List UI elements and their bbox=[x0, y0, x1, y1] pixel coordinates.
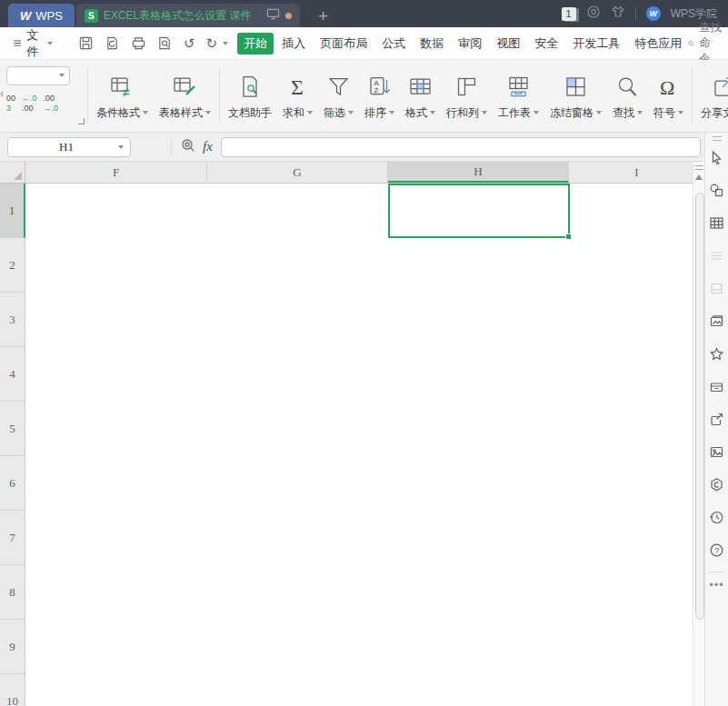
number-format-select[interactable] bbox=[6, 66, 70, 85]
filter-button[interactable]: 筛选 bbox=[318, 72, 359, 121]
tab-view[interactable]: 视图 bbox=[490, 33, 526, 55]
document-tab-title: EXCEL表格格式怎么设置 课件 bbox=[104, 8, 261, 24]
gallery-icon[interactable] bbox=[705, 304, 728, 337]
tab-review[interactable]: 审阅 bbox=[452, 33, 488, 55]
sum-button[interactable]: Σ 求和 bbox=[277, 72, 318, 121]
redo-icon[interactable]: ↻ bbox=[206, 35, 218, 51]
print-icon[interactable] bbox=[131, 35, 146, 51]
chevron-down-icon bbox=[678, 111, 683, 114]
symbol-button[interactable]: Ω 符号 bbox=[648, 72, 689, 121]
shapes-icon[interactable] bbox=[705, 174, 728, 206]
row-header-6[interactable]: 6 bbox=[0, 456, 25, 511]
scrollbar-thumb[interactable] bbox=[695, 193, 704, 620]
column-header-g[interactable]: G bbox=[207, 162, 388, 183]
percent-style-button[interactable]: 003 bbox=[6, 94, 15, 114]
sort-button[interactable]: AZ 排序 bbox=[359, 72, 400, 121]
format-button[interactable]: 格式 bbox=[400, 72, 441, 121]
svg-text:?: ? bbox=[714, 545, 719, 554]
row-header-8[interactable]: 8 bbox=[0, 565, 25, 620]
conditional-format-button[interactable]: ≠ 条件格式 bbox=[91, 72, 154, 121]
tab-formulas[interactable]: 公式 bbox=[375, 33, 412, 55]
new-tab-button[interactable]: + bbox=[313, 7, 334, 27]
decrease-decimal-button[interactable]: .00→.0 bbox=[44, 94, 59, 114]
wps-logo-icon: W bbox=[20, 9, 30, 23]
row-header-9[interactable]: 9 bbox=[0, 620, 25, 674]
select-cursor-icon[interactable] bbox=[705, 141, 728, 174]
row-header-7[interactable]: 7 bbox=[0, 511, 25, 565]
panel-faded-icon[interactable] bbox=[705, 272, 728, 304]
undo-icon[interactable]: ↺ bbox=[184, 35, 195, 51]
selected-cell[interactable] bbox=[388, 184, 570, 238]
tab-security[interactable]: 安全 bbox=[528, 33, 564, 55]
more-icon[interactable]: ••• bbox=[709, 578, 724, 592]
history-circle-icon[interactable] bbox=[586, 5, 601, 23]
window-count-badge[interactable]: 1 bbox=[562, 7, 576, 21]
find-button[interactable]: 查找 bbox=[607, 72, 648, 121]
skin-icon[interactable] bbox=[611, 5, 625, 23]
panel-collapse-icon[interactable]: ‹ bbox=[0, 87, 4, 100]
row-header-2[interactable]: 2 bbox=[0, 238, 25, 293]
table-style-button[interactable]: 表格样式 bbox=[154, 72, 216, 121]
star-icon[interactable] bbox=[705, 337, 728, 370]
sidebar-divider bbox=[710, 572, 724, 572]
ribbon: ‹ 003 ←.0.00 .00→.0 ≠ 条件格式 表格样式 bbox=[0, 60, 728, 133]
increase-decimal-button[interactable]: ←.0.00 bbox=[22, 94, 37, 114]
name-box[interactable]: H1 bbox=[7, 137, 131, 157]
select-all-corner[interactable] bbox=[0, 162, 25, 183]
worksheet-button[interactable]: 工作表 bbox=[493, 72, 544, 121]
chevron-down-icon bbox=[143, 111, 148, 114]
row-header-4[interactable]: 4 bbox=[0, 347, 25, 402]
worksheet-icon bbox=[506, 72, 531, 99]
chevron-down-icon bbox=[307, 111, 313, 114]
tab-developer[interactable]: 开发工具 bbox=[566, 33, 626, 55]
print-preview-icon[interactable] bbox=[157, 35, 173, 51]
chevron-down-icon bbox=[482, 111, 487, 114]
row-header-3[interactable]: 3 bbox=[0, 293, 25, 347]
presentation-monitor-icon[interactable] bbox=[266, 7, 280, 25]
sheet-grid[interactable]: F G H I 1 2 3 4 5 6 7 8 9 10 bbox=[0, 162, 704, 706]
doc-assistant-button[interactable]: 文档助手 bbox=[223, 72, 277, 121]
save-icon[interactable] bbox=[78, 35, 94, 51]
fill-handle[interactable] bbox=[565, 234, 572, 240]
image-icon[interactable] bbox=[705, 435, 728, 468]
table-icon[interactable] bbox=[705, 206, 728, 239]
column-header-h[interactable]: H bbox=[388, 162, 569, 183]
filter-funnel-icon bbox=[326, 72, 351, 99]
share-icon[interactable] bbox=[705, 403, 728, 435]
wps-spreadsheet-window: W WPS S EXCEL表格格式怎么设置 课件 + 1 bbox=[0, 0, 728, 706]
wps-academy-label[interactable]: WPS学院 bbox=[671, 6, 717, 22]
tab-insert[interactable]: 插入 bbox=[275, 33, 312, 55]
scroll-up-icon[interactable] bbox=[695, 174, 703, 180]
row-header-1[interactable]: 1 bbox=[0, 184, 25, 238]
vertical-scrollbar[interactable] bbox=[693, 162, 704, 706]
row-header-10[interactable]: 10 bbox=[0, 674, 25, 706]
outline-faded-icon[interactable] bbox=[705, 239, 728, 272]
coin-icon[interactable] bbox=[705, 468, 728, 501]
tab-special-apps[interactable]: 特色应用 bbox=[628, 33, 688, 55]
quickbar-more-icon[interactable] bbox=[223, 42, 228, 45]
svg-text:Σ: Σ bbox=[291, 75, 304, 99]
column-header-i[interactable]: I bbox=[569, 162, 704, 183]
formula-input[interactable] bbox=[221, 137, 701, 157]
cell-reference: H1 bbox=[15, 140, 118, 154]
split-handle-icon[interactable] bbox=[695, 165, 703, 170]
freeze-panes-button[interactable]: 冻结窗格 bbox=[544, 72, 607, 121]
dialog-launcher-icon[interactable] bbox=[78, 118, 85, 124]
help-icon[interactable]: ? bbox=[705, 533, 728, 566]
column-header-f[interactable]: F bbox=[25, 162, 207, 183]
file-menu-button[interactable]: 文件 bbox=[7, 27, 58, 60]
rows-columns-button[interactable]: 行和列 bbox=[441, 72, 493, 121]
sort-az-icon: AZ bbox=[367, 72, 392, 99]
row-header-5[interactable]: 5 bbox=[0, 402, 25, 456]
export-icon[interactable] bbox=[105, 35, 120, 51]
wps-menu-button[interactable]: W WPS bbox=[8, 4, 75, 27]
tab-page-layout[interactable]: 页面布局 bbox=[314, 33, 374, 55]
tab-data[interactable]: 数据 bbox=[414, 33, 450, 55]
insert-function-icon[interactable] bbox=[181, 138, 195, 156]
share-doc-button[interactable]: 分享文档 bbox=[695, 72, 728, 121]
number-buttons: 003 ←.0.00 .00→.0 bbox=[6, 94, 85, 114]
document-tab[interactable]: S EXCEL表格格式怎么设置 课件 bbox=[76, 4, 300, 27]
tab-home[interactable]: 开始 bbox=[237, 33, 274, 55]
archive-icon[interactable] bbox=[705, 370, 728, 403]
history-icon[interactable] bbox=[705, 501, 728, 533]
